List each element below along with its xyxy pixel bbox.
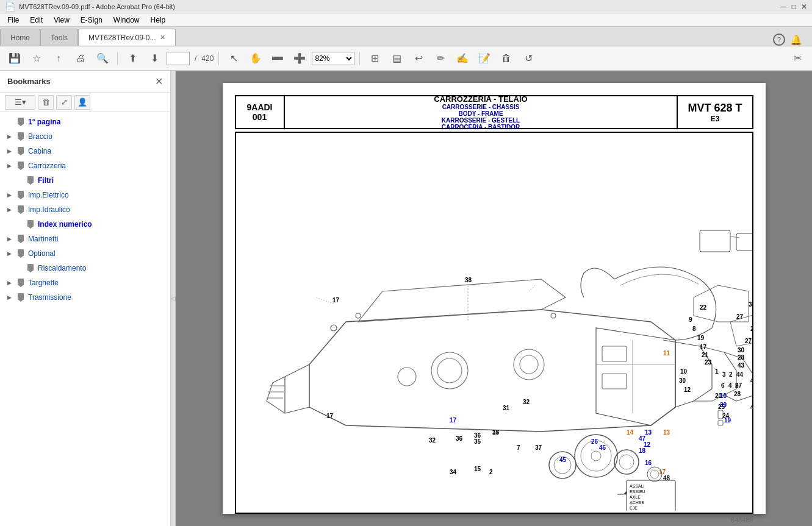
share-button[interactable]: ↑ [49,49,68,68]
bookmark-options-button[interactable]: 👤 [74,95,90,110]
bookmark-item-filtri[interactable]: Filtri [10,173,170,188]
search-button[interactable]: 🔍 [93,49,112,68]
print-button[interactable]: 🖨 [71,49,90,68]
expand-martinetti[interactable]: ▶ [5,235,13,243]
svg-rect-13 [736,233,753,251]
bookmark-label-carrozzeria: Carrozzeria [28,162,66,170]
bookmark-delete-button[interactable]: 🗑 [38,95,54,110]
zoom-select[interactable]: 82% 100% 150% Fit Page Fit Width [312,52,354,65]
expand-braccio[interactable]: ▶ [5,132,13,141]
bookmark-item-imp-elettrico[interactable]: ▶ Imp.Elettrico [0,188,170,202]
expand-carrozzeria[interactable]: ▶ [5,162,13,170]
svg-text:32: 32 [749,301,753,308]
page-title-block: CARROZZERIA - TELAIO CARROSSERIE - CHASS… [285,96,677,128]
model-sub: E3 [711,115,720,123]
tool6-button[interactable]: 📝 [475,49,494,68]
tool8-button[interactable]: ↺ [519,49,538,68]
menu-edit[interactable]: Edit [25,15,48,26]
bookmark-expand-button[interactable]: ⤢ [56,95,72,110]
tab-document[interactable]: MVT628TRev.09-0... ✕ [78,29,175,46]
tab-home[interactable]: Home [0,29,40,46]
prev-page-button[interactable]: ⬆ [123,49,142,68]
bookmark-label-trasmissione: Trasmissione [28,293,71,302]
tool1-button[interactable]: ⊞ [365,49,384,68]
bookmark-button[interactable]: ☆ [27,49,46,68]
tool4-button[interactable]: ✏ [431,49,450,68]
expand-targhette[interactable]: ▶ [5,279,13,287]
code-line1: 9AADI [246,102,272,112]
menu-view[interactable]: View [49,15,74,26]
bookmark-item-index-numerico[interactable]: Index numerico [10,217,170,232]
expand-cabina[interactable]: ▶ [5,147,13,155]
bookmark-item-braccio[interactable]: ▶ Braccio [0,129,170,144]
bookmark-item-cabina[interactable]: ▶ Cabina [0,144,170,158]
help-icon[interactable]: ? [773,34,785,46]
tab-tools-label: Tools [51,34,68,42]
svg-point-4 [398,368,416,386]
maximize-button[interactable]: □ [792,2,796,11]
page-number-input[interactable]: 104 [167,52,190,65]
bookmark-item-riscaldamento[interactable]: Riscaldamento [10,261,170,275]
bookmark-item-targhette[interactable]: ▶ Targhette [0,275,170,290]
expand-imp-idraulico[interactable]: ▶ [5,205,13,214]
bookmark-label-pagina1: 1° pagina [28,118,60,126]
bookmark-item-pagina1[interactable]: 1° pagina [0,115,170,129]
tool7-button[interactable]: 🗑 [497,49,516,68]
bookmark-label-optional: Optional [28,249,56,258]
main-area: Bookmarks ✕ ☰▾ 🗑 ⤢ 👤 1° pagina ▶ Braccio [0,71,812,526]
sidebar-resize-handle[interactable]: ◁ [171,71,176,526]
menu-help[interactable]: Help [146,15,171,26]
svg-point-93 [591,451,601,461]
svg-text:19: 19 [724,417,731,424]
app-icon: 📄 [5,2,15,12]
expand-imp-elettrico[interactable]: ▶ [5,191,13,199]
bookmark-item-martinetti[interactable]: ▶ Martinetti [0,232,170,246]
close-button[interactable]: ✕ [801,2,807,11]
svg-text:38: 38 [465,277,472,283]
tool2-button[interactable]: ▤ [387,49,406,68]
model-name: MVT 628 T [688,102,742,115]
minimize-button[interactable]: — [780,2,787,11]
hand-tool-button[interactable]: ✋ [246,49,265,68]
svg-rect-12 [700,230,730,252]
expand-optional[interactable]: ▶ [5,249,13,258]
tab-tools[interactable]: Tools [40,29,78,46]
sidebar-close-button[interactable]: ✕ [155,76,163,87]
cursor-tool-button[interactable]: ↖ [224,49,243,68]
svg-text:ASSALI: ASSALI [630,484,645,488]
tool5-button[interactable]: ✍ [453,49,472,68]
menu-window[interactable]: Window [109,15,145,26]
bookmark-new-button[interactable]: ☰▾ [5,95,35,110]
toolbar: 💾 ☆ ↑ 🖨 🔍 ⬆ ⬇ 104 / 420 ↖ ✋ ➖ ➕ 82% 100%… [0,46,812,71]
menu-esign[interactable]: E-Sign [76,15,107,26]
title-trans-4: CARROCERIA - BASTIDOR [442,124,520,130]
tool9-button[interactable]: ✂ [788,49,807,68]
bookmark-item-optional[interactable]: ▶ Optional [0,246,170,261]
zoom-in-button[interactable]: ➕ [290,49,309,68]
pdf-content-area[interactable]: 9AADI 001 CARROZZERIA - TELAIO CARROSSER… [176,71,812,526]
bookmark-label-targhette: Targhette [28,279,59,287]
zoom-out-button[interactable]: ➖ [268,49,287,68]
svg-text:5: 5 [735,382,739,389]
bookmark-icon-pagina1 [16,118,26,126]
menu-file[interactable]: File [2,15,24,26]
bookmark-label-imp-elettrico: Imp.Elettrico [28,191,69,199]
svg-point-9 [331,325,337,331]
notification-icon[interactable]: 🔔 [790,34,802,46]
toolbar-separator-2 [218,52,219,65]
tab-close-button[interactable]: ✕ [160,34,165,41]
page-header: 9AADI 001 CARROZZERIA - TELAIO CARROSSER… [235,95,753,129]
expand-trasmissione[interactable]: ▶ [5,293,13,302]
part-code: 9AADI 001 [236,96,285,128]
bookmark-item-carrozzeria[interactable]: ▶ Carrozzeria [0,158,170,173]
svg-text:35: 35 [492,429,500,436]
tool3-button[interactable]: ↩ [409,49,428,68]
bookmark-item-trasmissione[interactable]: ▶ Trasmissione [0,290,170,305]
save-button[interactable]: 💾 [5,49,24,68]
bookmark-icon-riscaldamento [26,264,35,272]
pdf-page: 9AADI 001 CARROZZERIA - TELAIO CARROSSER… [223,83,766,514]
svg-text:37: 37 [535,444,542,451]
next-page-button[interactable]: ⬇ [145,49,164,68]
bookmark-item-imp-idraulico[interactable]: ▶ Imp.Idraulico [0,202,170,217]
svg-text:30: 30 [738,347,745,354]
